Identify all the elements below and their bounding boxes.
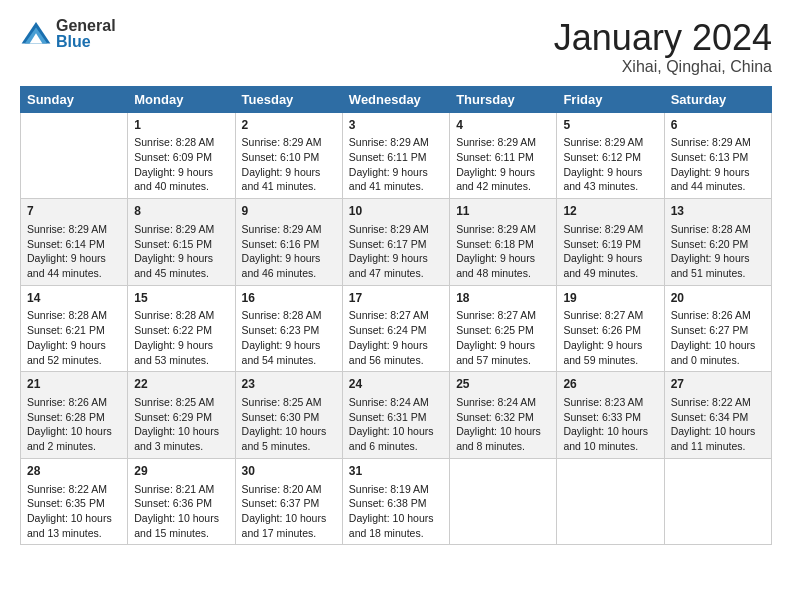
day-info-line: Sunrise: 8:27 AM [349,308,443,323]
day-info-line: Sunrise: 8:26 AM [27,395,121,410]
day-number: 12 [563,203,657,220]
day-info-line: Daylight: 9 hours [563,338,657,353]
day-number: 24 [349,376,443,393]
cell-2-6: 12Sunrise: 8:29 AMSunset: 6:19 PMDayligh… [557,199,664,286]
day-info-line: and 51 minutes. [671,266,765,281]
day-info-line: Sunset: 6:11 PM [456,150,550,165]
day-info-line: Sunset: 6:22 PM [134,323,228,338]
cell-5-1: 28Sunrise: 8:22 AMSunset: 6:35 PMDayligh… [21,458,128,545]
day-info-line: and 10 minutes. [563,439,657,454]
col-header-friday: Friday [557,86,664,112]
day-info-line: Daylight: 10 hours [671,424,765,439]
day-info-line: Daylight: 9 hours [349,338,443,353]
day-info-line: Daylight: 9 hours [671,165,765,180]
day-info-line: and 43 minutes. [563,179,657,194]
day-info-line: Sunrise: 8:29 AM [349,222,443,237]
cell-2-3: 9Sunrise: 8:29 AMSunset: 6:16 PMDaylight… [235,199,342,286]
day-info-line: Sunrise: 8:24 AM [349,395,443,410]
day-info-line: Daylight: 9 hours [671,251,765,266]
day-info-line: Sunrise: 8:28 AM [134,308,228,323]
day-info-line: Sunrise: 8:29 AM [456,222,550,237]
location: Xihai, Qinghai, China [554,58,772,76]
cell-3-2: 15Sunrise: 8:28 AMSunset: 6:22 PMDayligh… [128,285,235,372]
day-info-line: Sunrise: 8:28 AM [242,308,336,323]
day-info-line: Daylight: 10 hours [671,338,765,353]
day-info-line: Sunset: 6:29 PM [134,410,228,425]
day-info-line: Sunrise: 8:24 AM [456,395,550,410]
day-info-line: and 2 minutes. [27,439,121,454]
day-number: 4 [456,117,550,134]
day-number: 22 [134,376,228,393]
day-info-line: and 59 minutes. [563,353,657,368]
day-info-line: Daylight: 9 hours [134,165,228,180]
day-number: 1 [134,117,228,134]
cell-5-7 [664,458,771,545]
day-info-line: Daylight: 10 hours [456,424,550,439]
cell-3-6: 19Sunrise: 8:27 AMSunset: 6:26 PMDayligh… [557,285,664,372]
day-info-line: Sunrise: 8:26 AM [671,308,765,323]
day-info-line: Sunrise: 8:29 AM [134,222,228,237]
col-header-monday: Monday [128,86,235,112]
day-info-line: Sunrise: 8:25 AM [242,395,336,410]
day-number: 28 [27,463,121,480]
cell-5-6 [557,458,664,545]
day-info-line: Sunset: 6:15 PM [134,237,228,252]
cell-1-2: 1Sunrise: 8:28 AMSunset: 6:09 PMDaylight… [128,112,235,199]
day-info-line: Daylight: 10 hours [242,424,336,439]
day-number: 19 [563,290,657,307]
day-number: 15 [134,290,228,307]
logo-blue-text: Blue [56,34,116,50]
cell-3-5: 18Sunrise: 8:27 AMSunset: 6:25 PMDayligh… [450,285,557,372]
day-info-line: Sunrise: 8:29 AM [456,135,550,150]
day-info-line: Sunset: 6:16 PM [242,237,336,252]
day-info-line: Daylight: 9 hours [27,338,121,353]
cell-3-7: 20Sunrise: 8:26 AMSunset: 6:27 PMDayligh… [664,285,771,372]
day-info-line: Daylight: 9 hours [349,165,443,180]
day-info-line: and 44 minutes. [27,266,121,281]
day-number: 23 [242,376,336,393]
cell-1-4: 3Sunrise: 8:29 AMSunset: 6:11 PMDaylight… [342,112,449,199]
day-info-line: Daylight: 9 hours [134,338,228,353]
day-info-line: Sunset: 6:09 PM [134,150,228,165]
day-info-line: and 11 minutes. [671,439,765,454]
day-number: 29 [134,463,228,480]
day-info-line: Daylight: 9 hours [349,251,443,266]
day-info-line: and 41 minutes. [242,179,336,194]
day-info-line: and 56 minutes. [349,353,443,368]
day-info-line: Sunrise: 8:20 AM [242,482,336,497]
day-info-line: and 40 minutes. [134,179,228,194]
day-info-line: Sunset: 6:23 PM [242,323,336,338]
cell-2-7: 13Sunrise: 8:28 AMSunset: 6:20 PMDayligh… [664,199,771,286]
day-number: 2 [242,117,336,134]
day-info-line: and 49 minutes. [563,266,657,281]
day-info-line: Sunrise: 8:29 AM [27,222,121,237]
day-info-line: and 52 minutes. [27,353,121,368]
day-number: 8 [134,203,228,220]
day-info-line: Sunset: 6:17 PM [349,237,443,252]
day-number: 16 [242,290,336,307]
day-info-line: Sunrise: 8:27 AM [456,308,550,323]
day-number: 3 [349,117,443,134]
day-info-line: and 17 minutes. [242,526,336,541]
day-info-line: and 42 minutes. [456,179,550,194]
cell-1-5: 4Sunrise: 8:29 AMSunset: 6:11 PMDaylight… [450,112,557,199]
day-info-line: Sunset: 6:30 PM [242,410,336,425]
cell-1-6: 5Sunrise: 8:29 AMSunset: 6:12 PMDaylight… [557,112,664,199]
day-info-line: Daylight: 10 hours [242,511,336,526]
day-info-line: Sunset: 6:26 PM [563,323,657,338]
day-info-line: and 44 minutes. [671,179,765,194]
day-info-line: Sunrise: 8:19 AM [349,482,443,497]
day-info-line: and 46 minutes. [242,266,336,281]
day-info-line: Sunrise: 8:29 AM [242,222,336,237]
day-info-line: Daylight: 9 hours [242,251,336,266]
day-info-line: Daylight: 10 hours [563,424,657,439]
day-info-line: Sunset: 6:25 PM [456,323,550,338]
cell-5-2: 29Sunrise: 8:21 AMSunset: 6:36 PMDayligh… [128,458,235,545]
day-info-line: Sunrise: 8:22 AM [27,482,121,497]
cell-5-4: 31Sunrise: 8:19 AMSunset: 6:38 PMDayligh… [342,458,449,545]
day-info-line: Daylight: 9 hours [242,338,336,353]
day-info-line: Sunset: 6:38 PM [349,496,443,511]
week-row-3: 14Sunrise: 8:28 AMSunset: 6:21 PMDayligh… [21,285,772,372]
cell-5-5 [450,458,557,545]
cell-2-4: 10Sunrise: 8:29 AMSunset: 6:17 PMDayligh… [342,199,449,286]
